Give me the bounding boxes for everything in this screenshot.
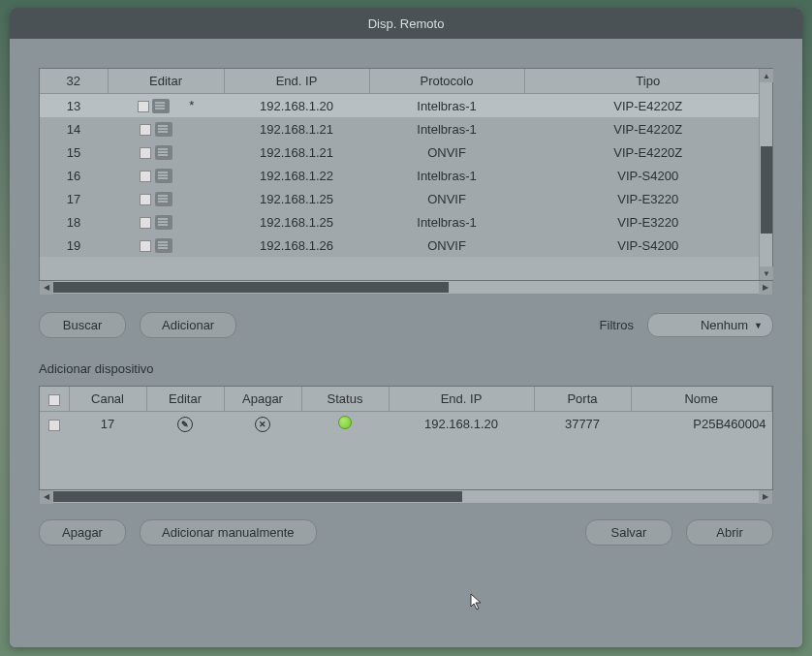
row-checkbox[interactable] [140, 171, 151, 182]
action-row-2: Apagar Adicionar manualmente Salvar Abri… [39, 519, 773, 546]
row-number: 14 [40, 117, 108, 141]
header-count[interactable]: 32 [40, 69, 108, 94]
scroll-up-arrow[interactable]: ▲ [760, 69, 773, 82]
scroll-left-arrow[interactable]: ◀ [40, 281, 53, 295]
header2-checkbox[interactable] [40, 387, 69, 412]
row-canal: 17 [69, 412, 146, 437]
table-row[interactable]: 13 *192.168.1.20Intelbras-1VIP-E4220Z [40, 94, 772, 118]
row-number: 19 [40, 234, 108, 257]
salvar-button[interactable]: Salvar [585, 519, 672, 546]
adicionar-manual-button[interactable]: Adicionar manualmente [140, 519, 317, 546]
vertical-scrollbar[interactable]: ▲ ▼ [759, 69, 772, 280]
row-checkbox[interactable] [140, 194, 151, 205]
scroll-right-arrow-2[interactable]: ▶ [759, 490, 772, 504]
row-nome: P25B460004 [631, 412, 772, 437]
table-row[interactable]: 18 192.168.1.25Intelbras-1VIP-E3220 [40, 210, 772, 234]
edit-icon[interactable] [155, 169, 172, 183]
header2-editar[interactable]: Editar [146, 387, 224, 412]
apagar-button[interactable]: Apagar [39, 519, 126, 546]
row-ip: 192.168.1.25 [224, 210, 369, 234]
edit-row-icon[interactable]: ✎ [177, 417, 193, 432]
horizontal-scrollbar-2[interactable]: ◀ ▶ [39, 490, 773, 504]
edit-icon[interactable] [155, 192, 172, 206]
row-checkbox[interactable] [48, 420, 60, 431]
row-protocol: Intelbras-1 [369, 117, 524, 141]
row-ip: 192.168.1.22 [224, 164, 369, 187]
filtros-dropdown[interactable]: Nenhum ▼ [647, 313, 773, 337]
row-type: VIP-S4200 [524, 164, 772, 187]
dialog-content: 32 Editar End. IP Protocolo Tipo 13 *192… [10, 39, 802, 647]
row-checkbox[interactable] [140, 147, 151, 159]
device-table-container: 32 Editar End. IP Protocolo Tipo 13 *192… [39, 68, 773, 281]
row-number: 17 [40, 187, 108, 210]
delete-row-icon[interactable]: ✕ [255, 417, 270, 432]
buscar-button[interactable]: Buscar [39, 312, 126, 338]
adicionar-button[interactable]: Adicionar [140, 312, 236, 338]
header2-end-ip[interactable]: End. IP [389, 387, 534, 412]
table-row[interactable]: 15 192.168.1.21ONVIFVIP-E4220Z [40, 141, 772, 164]
hscroll-thumb[interactable] [53, 282, 449, 293]
header2-porta[interactable]: Porta [534, 387, 631, 412]
table-row[interactable]: 14 192.168.1.21Intelbras-1VIP-E4220Z [40, 117, 772, 141]
row-number: 18 [40, 210, 108, 234]
row-checkbox[interactable] [140, 240, 151, 252]
dropdown-arrow-icon: ▼ [754, 321, 763, 330]
row-checkbox[interactable] [140, 217, 151, 229]
row-ip: 192.168.1.25 [224, 187, 369, 210]
row-ip: 192.168.1.21 [224, 141, 369, 164]
row-protocol: Intelbras-1 [369, 164, 524, 187]
abrir-button[interactable]: Abrir [686, 519, 773, 546]
header2-canal[interactable]: Canal [69, 387, 146, 412]
header-end-ip[interactable]: End. IP [224, 69, 369, 94]
scroll-left-arrow-2[interactable]: ◀ [40, 490, 53, 504]
row-protocol: Intelbras-1 [369, 94, 524, 118]
scroll-right-arrow[interactable]: ▶ [759, 281, 772, 295]
select-all-checkbox[interactable] [48, 394, 60, 406]
row-edit-cell [108, 187, 224, 210]
row-type: VIP-E4220Z [524, 117, 772, 141]
row-ip: 192.168.1.20 [389, 412, 534, 437]
header-protocolo[interactable]: Protocolo [369, 69, 524, 94]
edit-icon[interactable] [155, 145, 172, 160]
hscroll-thumb-2[interactable] [53, 491, 462, 502]
scroll-down-arrow[interactable]: ▼ [760, 266, 773, 280]
row-ip: 192.168.1.21 [224, 117, 369, 141]
table-row[interactable]: 19 192.168.1.26ONVIFVIP-S4200 [40, 234, 772, 257]
header2-status[interactable]: Status [301, 387, 389, 412]
row-protocol: Intelbras-1 [369, 210, 524, 234]
row-type: VIP-E3220 [524, 187, 772, 210]
add-device-section-title: Adicionar dispositivo [39, 361, 773, 376]
header2-apagar[interactable]: Apagar [224, 387, 301, 412]
row-checkbox[interactable] [140, 124, 151, 136]
header-editar[interactable]: Editar [108, 69, 224, 94]
added-device-table-container: Canal Editar Apagar Status End. IP Porta… [39, 386, 773, 490]
edit-icon[interactable] [155, 238, 172, 253]
remote-device-dialog: Disp. Remoto 32 Editar End. IP Protocolo… [10, 8, 802, 647]
table-row[interactable]: 16 192.168.1.22Intelbras-1VIP-S4200 [40, 164, 772, 187]
row-type: VIP-E3220 [524, 210, 772, 234]
row-checkbox[interactable] [138, 101, 149, 112]
edit-icon[interactable] [152, 99, 170, 113]
edit-icon[interactable] [155, 215, 172, 230]
row-type: VIP-S4200 [524, 234, 772, 257]
header2-nome[interactable]: Nome [631, 387, 772, 412]
action-row-1: Buscar Adicionar Filtros Nenhum ▼ [39, 312, 773, 338]
row-porta: 37777 [534, 412, 631, 437]
status-icon [338, 416, 352, 429]
row-number: 16 [40, 164, 108, 187]
edit-icon[interactable] [155, 122, 172, 137]
row-ip: 192.168.1.20 [224, 94, 369, 118]
row-edit-cell [108, 141, 224, 164]
row-type: VIP-E4220Z [524, 94, 772, 118]
horizontal-scrollbar-1[interactable]: ◀ ▶ [39, 281, 773, 295]
row-star: * [189, 98, 194, 112]
row-protocol: ONVIF [369, 187, 524, 210]
added-device-table: Canal Editar Apagar Status End. IP Porta… [40, 387, 772, 436]
device-search-table: 32 Editar End. IP Protocolo Tipo 13 *192… [40, 69, 772, 257]
header-tipo[interactable]: Tipo [524, 69, 772, 94]
scroll-thumb[interactable] [761, 146, 772, 234]
added-device-row[interactable]: 17✎✕192.168.1.2037777P25B460004 [40, 412, 772, 437]
row-edit-cell [108, 117, 224, 141]
table-row[interactable]: 17 192.168.1.25ONVIFVIP-E3220 [40, 187, 772, 210]
row-protocol: ONVIF [369, 234, 524, 257]
